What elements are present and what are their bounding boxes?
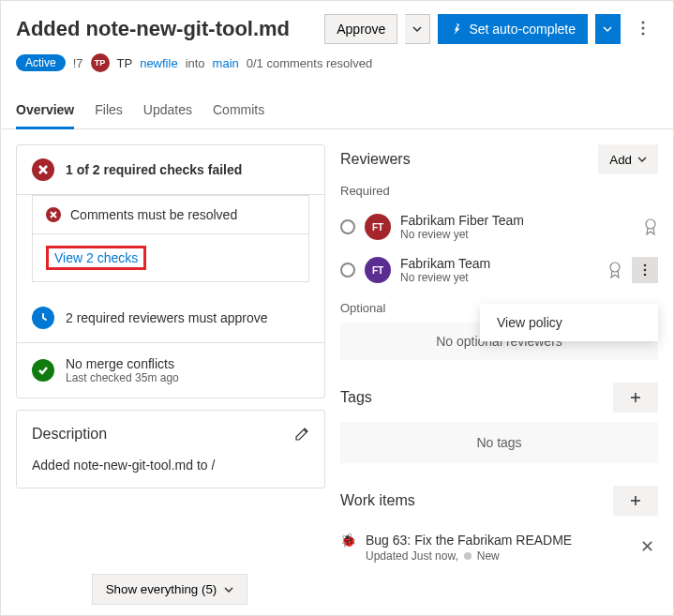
reviewers-pending-text: 2 required reviewers must approve (66, 310, 268, 325)
work-item-row[interactable]: 🐞 Bug 63: Fix the Fabrikam README Update… (340, 525, 658, 570)
policy-ribbon-icon (607, 262, 622, 278)
into-text: into (186, 56, 205, 70)
target-branch-link[interactable]: main (213, 56, 239, 70)
policy-ribbon-icon (643, 218, 658, 235)
add-tag-button[interactable] (613, 383, 658, 413)
reviewer-row[interactable]: FT Fabrikam Fiber Team No review yet (340, 205, 658, 248)
svg-point-2 (642, 32, 645, 35)
tab-updates[interactable]: Updates (143, 93, 192, 128)
chevron-down-icon (224, 585, 233, 594)
svg-point-7 (644, 269, 647, 272)
comments-resolved: 0/1 comments resolved (247, 56, 372, 70)
bug-icon: 🐞 (340, 533, 356, 548)
svg-point-8 (644, 274, 647, 277)
pr-id: !7 (73, 56, 83, 70)
autocomplete-icon (450, 23, 463, 36)
work-item-title: Bug 63: Fix the Fabrikam README (366, 533, 627, 548)
description-heading: Description (32, 426, 107, 443)
author-avatar: TP (91, 53, 110, 72)
work-item-updated: Updated Just now, (366, 549, 458, 563)
svg-point-4 (646, 219, 655, 229)
work-item-state: New (477, 549, 500, 563)
status-badge: Active (16, 54, 66, 71)
view-checks-link[interactable]: View 2 checks (54, 250, 138, 265)
check-item: Comments must be resolved (70, 207, 237, 222)
page-title: Added note-new-git-tool.md (16, 17, 317, 41)
work-items-heading: Work items (340, 492, 415, 509)
reviewer-row[interactable]: FT Fabrikam Team No review yet (340, 248, 658, 292)
more-vertical-icon (643, 263, 647, 277)
approve-button[interactable]: Approve (324, 14, 397, 44)
show-everything-button[interactable]: Show everything (5) (92, 574, 248, 605)
author-name: TP (117, 56, 133, 70)
chevron-down-icon (637, 155, 647, 164)
tags-empty: No tags (340, 422, 658, 463)
reviewer-sub: No review yet (400, 271, 598, 284)
source-branch-link[interactable]: newfile (140, 56, 177, 70)
chevron-down-icon (412, 24, 422, 34)
svg-point-5 (610, 263, 620, 272)
svg-point-0 (642, 21, 645, 23)
fail-icon (32, 158, 54, 181)
tab-overview[interactable]: Overview (16, 93, 74, 129)
reviewer-sub: No review yet (400, 228, 634, 241)
edit-icon[interactable] (294, 427, 309, 442)
reviewer-name: Fabrikam Team (400, 256, 598, 271)
more-actions-button[interactable] (628, 21, 658, 38)
vote-circle-icon (340, 219, 355, 234)
clock-icon (32, 307, 54, 329)
merge-sub: Last checked 35m ago (66, 371, 179, 384)
tab-files[interactable]: Files (95, 93, 123, 128)
autocomplete-dropdown[interactable] (595, 14, 621, 44)
approve-dropdown[interactable] (405, 14, 430, 44)
remove-work-item-button[interactable]: ✕ (637, 533, 658, 561)
more-vertical-icon (641, 21, 645, 36)
fail-icon (46, 207, 61, 222)
reviewer-avatar: FT (365, 257, 391, 283)
required-label: Required (340, 184, 658, 198)
add-work-item-button[interactable] (613, 486, 658, 516)
set-autocomplete-button[interactable]: Set auto-complete (438, 14, 588, 44)
tags-heading: Tags (340, 389, 372, 406)
plus-icon (629, 494, 642, 507)
menu-item-view-policy[interactable]: View policy (497, 315, 641, 330)
checks-summary: 1 of 2 required checks failed (66, 162, 242, 177)
vote-circle-icon (340, 263, 355, 278)
merge-title: No merge conflicts (66, 356, 179, 371)
reviewer-context-menu: View policy (480, 304, 658, 341)
add-reviewer-button[interactable]: Add (598, 144, 658, 174)
svg-point-6 (644, 264, 647, 267)
reviewers-heading: Reviewers (340, 151, 411, 168)
reviewer-avatar: FT (365, 214, 391, 240)
reviewer-more-button[interactable] (632, 257, 658, 283)
tab-commits[interactable]: Commits (213, 93, 264, 128)
plus-icon (629, 391, 642, 404)
description-text: Added note-new-git-tool.md to / (32, 458, 309, 473)
svg-point-1 (642, 26, 645, 29)
chevron-down-icon (603, 24, 612, 34)
state-dot-icon (464, 552, 472, 560)
check-icon (32, 359, 54, 382)
reviewer-name: Fabrikam Fiber Team (400, 213, 634, 228)
